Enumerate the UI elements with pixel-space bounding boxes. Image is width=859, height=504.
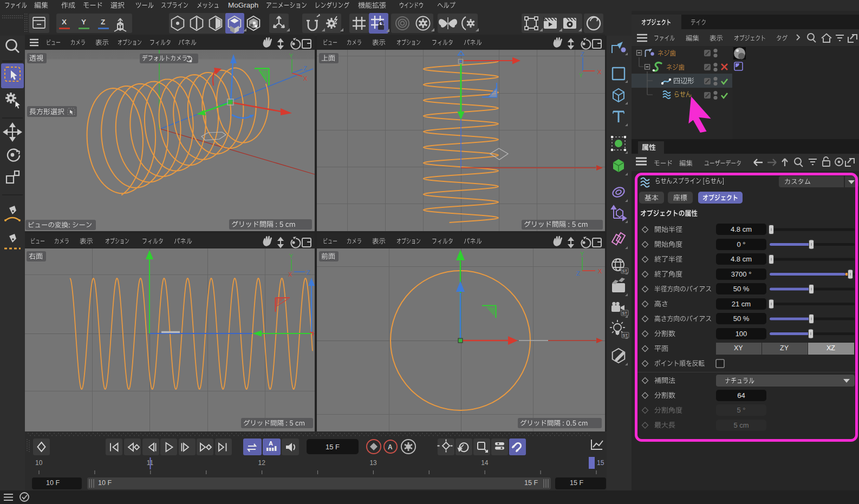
svg-text:Y: Y: [580, 251, 584, 257]
svg-text:Y: Y: [289, 253, 294, 259]
svg-text:Z: Z: [307, 269, 310, 276]
svg-text:Y: Y: [579, 72, 583, 78]
svg-text:Z: Z: [303, 65, 307, 71]
svg-text:X: X: [303, 75, 308, 82]
svg-text:X: X: [288, 271, 292, 278]
svg-text:ST: ST: [622, 311, 628, 316]
svg-text:ST: ST: [622, 269, 628, 273]
svg-text:Z: Z: [581, 51, 584, 57]
svg-text:Y: Y: [289, 53, 294, 59]
svg-text:X: X: [598, 268, 602, 274]
svg-text:A: A: [388, 443, 393, 451]
svg-text:X: X: [597, 69, 602, 75]
svg-text:Z: Z: [576, 270, 580, 277]
